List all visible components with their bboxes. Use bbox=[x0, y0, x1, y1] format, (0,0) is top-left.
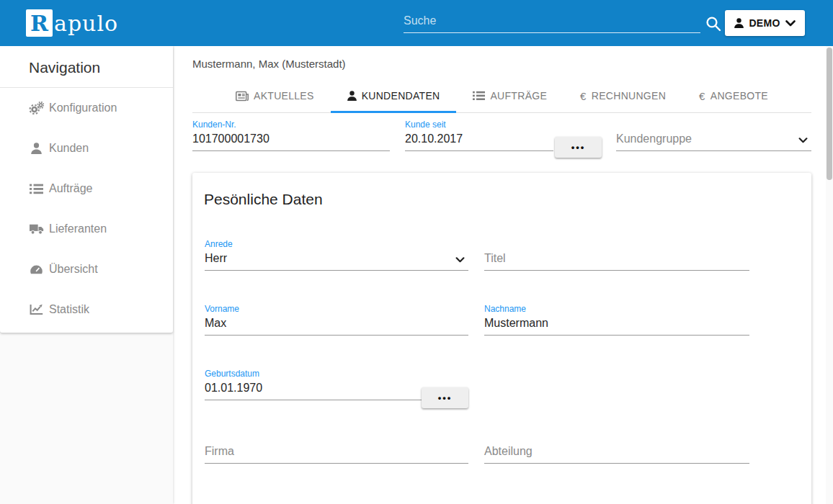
sidebar-item-statistik[interactable]: Statistik bbox=[0, 289, 173, 330]
ellipsis-icon: ••• bbox=[571, 144, 586, 151]
kunde-seit-field[interactable]: Kunde seit 20.10.2017 bbox=[405, 120, 553, 151]
sidebar-item-konfiguration[interactable]: Konfiguration bbox=[0, 88, 173, 128]
sidebar-item-lieferanten[interactable]: Lieferanten bbox=[0, 209, 173, 249]
euro-icon: € bbox=[699, 90, 705, 102]
ellipsis-icon: ••• bbox=[438, 395, 453, 402]
kundengruppe-select[interactable]: Kundengruppe bbox=[616, 120, 811, 151]
tab-label: AUFTRÄGE bbox=[490, 90, 547, 102]
customer-meta-row: Kunden-Nr. 101700001730 Kunde seit 20.10… bbox=[173, 113, 833, 174]
scrollbar-thumb[interactable] bbox=[827, 48, 832, 180]
newspaper-icon bbox=[236, 91, 249, 102]
kunde-seit-value: 20.10.2017 bbox=[405, 130, 553, 150]
tab-angebote[interactable]: € ANGEBOTE bbox=[682, 79, 785, 112]
abteilung-placeholder: Abteilung bbox=[484, 443, 749, 463]
dashboard-icon bbox=[29, 264, 44, 275]
sidebar-item-label: Lieferanten bbox=[49, 222, 107, 235]
tab-kundendaten[interactable]: KUNDENDATEN bbox=[331, 79, 457, 112]
sidebar-item-auftraege[interactable]: Aufträge bbox=[0, 168, 173, 209]
titel-field[interactable]: Titel bbox=[484, 239, 749, 271]
kundengruppe-placeholder: Kundengruppe bbox=[616, 130, 811, 150]
personal-data-card: Pesönliche Daten Anrede Herr Titel Vorna… bbox=[192, 173, 811, 504]
app-logo: R apulo bbox=[26, 9, 118, 37]
sidebar-item-uebersicht[interactable]: Übersicht bbox=[0, 249, 173, 289]
geburtsdatum-label: Geburtsdatum bbox=[205, 369, 422, 379]
abteilung-field[interactable]: Abteilung bbox=[484, 432, 749, 464]
titel-placeholder: Titel bbox=[484, 250, 749, 270]
nachname-label: Nachname bbox=[484, 304, 749, 315]
geburtsdatum-value: 01.01.1970 bbox=[205, 379, 422, 400]
anrede-value: Herr bbox=[205, 250, 468, 270]
nachname-value: Mustermann bbox=[484, 315, 749, 335]
logo-letter-box: R bbox=[26, 9, 53, 37]
vorname-field[interactable]: Vorname Max bbox=[205, 304, 468, 336]
app-header: R apulo Suche DEMO bbox=[0, 0, 833, 46]
chart-line-icon bbox=[29, 304, 44, 315]
sidebar-item-label: Aufträge bbox=[49, 182, 92, 195]
geburtsdatum-datepicker-button[interactable]: ••• bbox=[422, 387, 468, 408]
kunden-nr-field[interactable]: Kunden-Nr. 101700001730 bbox=[192, 120, 390, 151]
kunde-seit-datepicker-button[interactable]: ••• bbox=[555, 137, 602, 158]
cogs-icon bbox=[29, 102, 44, 114]
vertical-scrollbar[interactable] bbox=[826, 46, 833, 504]
geburtsdatum-field[interactable]: Geburtsdatum 01.01.1970 bbox=[205, 369, 422, 400]
kunde-seit-label: Kunde seit bbox=[405, 120, 553, 130]
firma-placeholder: Firma bbox=[205, 443, 468, 463]
sidebar-item-label: Konfiguration bbox=[49, 102, 117, 114]
search-input[interactable]: Suche bbox=[404, 14, 700, 33]
field-spacer bbox=[484, 432, 749, 443]
tab-aktuelles[interactable]: AKTUELLES bbox=[219, 79, 331, 112]
vorname-label: Vorname bbox=[205, 304, 468, 315]
chevron-down-icon bbox=[785, 20, 796, 27]
field-spacer bbox=[484, 239, 749, 250]
search-placeholder: Suche bbox=[404, 14, 700, 27]
user-icon bbox=[29, 143, 44, 154]
truck-icon bbox=[29, 223, 44, 235]
nachname-field[interactable]: Nachname Mustermann bbox=[484, 304, 749, 336]
sidebar-nav-panel: Navigation Konfiguration bbox=[0, 46, 173, 333]
logo-text: apulo bbox=[54, 11, 118, 36]
card-title: Pesönliche Daten bbox=[204, 191, 323, 208]
euro-icon: € bbox=[580, 90, 587, 102]
kunden-nr-value: 101700001730 bbox=[192, 130, 390, 150]
sidebar-item-label: Kunden bbox=[49, 142, 89, 155]
search-icon bbox=[705, 15, 723, 32]
tab-label: RECHNUNGEN bbox=[592, 90, 666, 102]
user-menu-button[interactable]: DEMO bbox=[725, 10, 805, 36]
tab-label: ANGEBOTE bbox=[710, 90, 768, 102]
tab-auftraege[interactable]: AUFTRÄGE bbox=[456, 79, 564, 112]
field-spacer bbox=[205, 432, 468, 443]
tab-label: KUNDENDATEN bbox=[362, 90, 440, 102]
firma-field[interactable]: Firma bbox=[205, 432, 468, 464]
tab-label: AKTUELLES bbox=[254, 90, 314, 102]
field-spacer bbox=[616, 120, 811, 130]
sidebar-item-label: Übersicht bbox=[49, 263, 98, 276]
vorname-value: Max bbox=[205, 315, 468, 335]
chevron-down-icon bbox=[798, 138, 808, 143]
main-content: Mustermann, Max (Musterstadt) AKTUELLES bbox=[173, 46, 833, 504]
page-title: Mustermann, Max (Musterstadt) bbox=[192, 58, 346, 70]
user-menu-label: DEMO bbox=[749, 17, 780, 29]
list-icon bbox=[473, 91, 485, 101]
sidebar-item-kunden[interactable]: Kunden bbox=[0, 128, 173, 168]
app-screen: R apulo Suche DEMO bbox=[0, 0, 833, 504]
tab-bar: AKTUELLES KUNDENDATEN bbox=[192, 79, 811, 113]
sidebar-item-label: Statistik bbox=[49, 303, 89, 316]
chevron-down-icon bbox=[455, 257, 465, 263]
anrede-select[interactable]: Anrede Herr bbox=[205, 239, 468, 271]
list-icon bbox=[29, 184, 44, 194]
anrede-label: Anrede bbox=[205, 239, 468, 250]
tab-rechnungen[interactable]: € RECHNUNGEN bbox=[564, 79, 682, 112]
logo-letter: R bbox=[30, 11, 48, 36]
kunden-nr-label: Kunden-Nr. bbox=[192, 120, 390, 130]
sidebar: Navigation Konfiguration bbox=[0, 46, 173, 504]
user-icon bbox=[347, 91, 357, 101]
search-button[interactable] bbox=[705, 14, 723, 33]
user-icon bbox=[734, 18, 744, 28]
sidebar-title: Navigation bbox=[0, 46, 173, 87]
